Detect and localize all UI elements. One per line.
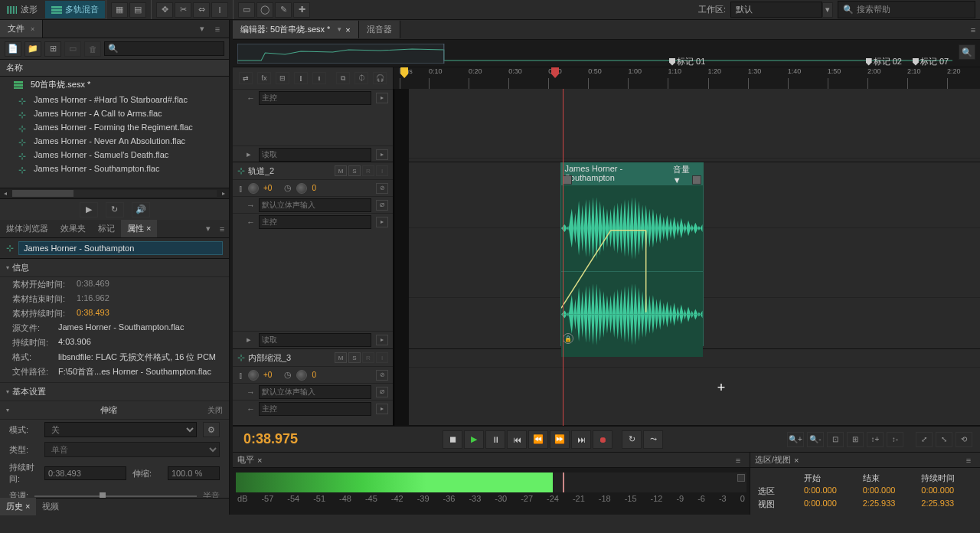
marker[interactable]: 标记 07 — [913, 56, 949, 67]
pan-knob[interactable] — [296, 370, 307, 381]
track-automation-select[interactable]: 读取 — [259, 148, 371, 162]
view-end[interactable]: 2:25.933 — [863, 499, 914, 510]
timeline-tracks-area[interactable]: James Horner - Southampton音量 ▼ 🔒 + — [409, 89, 980, 426]
input-fx-button[interactable]: Ø — [376, 387, 388, 397]
lasso-tool[interactable]: ◯ — [256, 2, 273, 18]
track-output-select[interactable]: 主控 — [259, 402, 371, 416]
timecode-display[interactable]: 0:38.975 — [240, 431, 439, 447]
track-name[interactable]: 轨道_2 — [248, 165, 332, 177]
close-icon[interactable]: × — [257, 456, 262, 465]
files-name-column-header[interactable]: 名称 — [0, 60, 229, 77]
zoom-out-vert-button[interactable]: ↕- — [887, 432, 903, 447]
editor-tab[interactable]: 编辑器: 50首串烧.sesx *▼× — [233, 21, 359, 38]
snap-button[interactable]: ⧉ — [336, 72, 350, 84]
open-file-button[interactable]: 📄 — [5, 41, 21, 57]
workspace-dropdown-arrow[interactable]: ▾ — [822, 2, 833, 18]
mute-button[interactable]: M — [335, 352, 347, 363]
record-button[interactable]: R — [362, 165, 374, 176]
fx-toggle[interactable]: ⊘ — [376, 370, 388, 381]
prev-button[interactable]: ⏮ — [507, 430, 527, 449]
input-fx-button[interactable]: Ø — [376, 200, 388, 211]
zoom-reset-button[interactable]: ⟲ — [956, 432, 972, 447]
tab-video[interactable]: 视频 — [36, 498, 65, 515]
next-button[interactable]: ⏭ — [571, 430, 591, 449]
files-horizontal-scrollbar[interactable]: ◂▸ — [0, 188, 229, 198]
selection-view-tab[interactable]: 选区/视图 — [755, 454, 791, 466]
panel-options-icon[interactable]: ≡ — [211, 22, 224, 36]
zoom-in-time-button[interactable]: ⤢ — [916, 432, 933, 447]
tab-effects-rack[interactable]: 效果夹 — [54, 220, 92, 237]
zoom-fit-button[interactable]: ⊡ — [827, 432, 844, 447]
monitor-button[interactable]: I — [376, 165, 388, 176]
files-panel-tab[interactable]: 文件× — [0, 20, 43, 38]
pitch-slider[interactable] — [34, 495, 197, 497]
zoom-selection-button[interactable]: ⊞ — [847, 432, 864, 447]
tool-spectral-pitch[interactable]: ▤ — [129, 2, 146, 18]
basic-section-header[interactable]: 基本设置 — [0, 382, 229, 401]
clip-end-time[interactable]: 1:16.962 — [77, 293, 109, 305]
sends-button[interactable]: ⊟ — [276, 72, 289, 84]
zoom-out-button[interactable]: 🔍- — [807, 432, 824, 447]
volume-knob[interactable] — [248, 370, 259, 381]
track-automation-select[interactable]: 读取 — [259, 333, 371, 347]
solo-button[interactable]: S — [348, 352, 361, 363]
fade-out-handle[interactable] — [692, 175, 701, 185]
panel-menu-icon[interactable]: ▾ — [201, 222, 215, 236]
close-icon[interactable]: × — [794, 456, 799, 465]
audio-file-item[interactable]: James Horner - Forming the Regiment.flac — [0, 120, 229, 134]
levels-tab[interactable]: 电平 — [237, 454, 254, 466]
stretch-mode-select[interactable]: 关 — [44, 422, 197, 437]
mute-button[interactable]: M — [335, 165, 347, 176]
rewind-button[interactable]: ⏪ — [528, 430, 548, 449]
solo-button[interactable]: S — [348, 165, 361, 176]
clip-indicator[interactable] — [737, 474, 745, 482]
loop-button[interactable]: ↻ — [622, 430, 642, 449]
move-tool[interactable]: ✥ — [156, 2, 173, 18]
panel-options-icon[interactable]: ≡ — [731, 453, 745, 467]
monitor-button[interactable]: I — [376, 352, 388, 363]
selection-end[interactable]: 0:00.000 — [863, 486, 914, 497]
zoom-in-button[interactable]: 🔍+ — [787, 432, 804, 447]
view-duration[interactable]: 2:25.933 — [921, 499, 972, 510]
pause-button[interactable]: ⏸ — [485, 430, 505, 449]
preview-play-button[interactable]: ▶ — [80, 202, 98, 217]
slip-tool[interactable]: ⇔ — [193, 2, 210, 18]
stretch-settings-button[interactable]: ⚙ — [203, 422, 220, 437]
session-file-item[interactable]: 50首串烧.sesx * — [0, 77, 229, 93]
selection-duration[interactable]: 0:00.000 — [921, 486, 972, 497]
panel-menu-icon[interactable]: ▾ — [195, 22, 209, 36]
automation-button[interactable]: ⫾ — [312, 72, 326, 84]
info-section-header[interactable]: 信息 — [0, 259, 229, 277]
file-filter-input[interactable]: 🔍 — [104, 41, 224, 56]
audio-file-item[interactable]: James Horner - Samuel's Death.flac — [0, 148, 229, 162]
panel-options-icon[interactable]: ≡ — [962, 453, 975, 467]
pan-knob[interactable] — [296, 183, 307, 194]
view-start[interactable]: 0:00.000 — [804, 499, 855, 510]
fx-toggle[interactable]: ⊘ — [376, 183, 388, 194]
audio-file-item[interactable]: James Horner - #Hard To Starboard#.flac — [0, 93, 229, 106]
workspace-dropdown[interactable]: 默认 — [730, 2, 822, 18]
brush-tool[interactable]: ✎ — [275, 2, 292, 18]
tab-history[interactable]: 历史 × — [0, 498, 36, 515]
forward-button[interactable]: ⏩ — [550, 430, 570, 449]
tab-properties[interactable]: 属性 × — [121, 220, 157, 237]
preview-loop-button[interactable]: ↻ — [106, 202, 124, 217]
skip-selection-button[interactable]: ⤳ — [643, 430, 663, 449]
close-icon[interactable]: × — [31, 25, 34, 33]
monitor-button[interactable]: 🎧 — [373, 72, 387, 84]
marker[interactable]: 标记 01 — [669, 56, 705, 67]
audio-clip[interactable]: James Horner - Southampton音量 ▼ 🔒 — [560, 162, 704, 346]
clip-name-input[interactable] — [18, 241, 223, 255]
audio-file-item[interactable]: James Horner - Never An Absolution.flac — [0, 134, 229, 148]
clip-duration[interactable]: 0:38.493 — [77, 308, 109, 319]
volume-knob[interactable] — [248, 183, 259, 194]
track-name[interactable]: 内部缩混_3 — [248, 352, 332, 364]
marquee-tool[interactable]: ▭ — [238, 2, 255, 18]
audio-file-item[interactable]: James Horner - Southampton.flac — [0, 162, 229, 175]
open-folder-button[interactable]: 📁 — [24, 41, 41, 57]
close-icon[interactable]: × — [144, 224, 151, 233]
selection-start[interactable]: 0:00.000 — [804, 486, 855, 497]
record-button[interactable]: ⏺ — [593, 430, 612, 449]
track-input-select[interactable]: 默认立体声输入 — [259, 385, 371, 399]
playhead[interactable] — [563, 89, 564, 426]
